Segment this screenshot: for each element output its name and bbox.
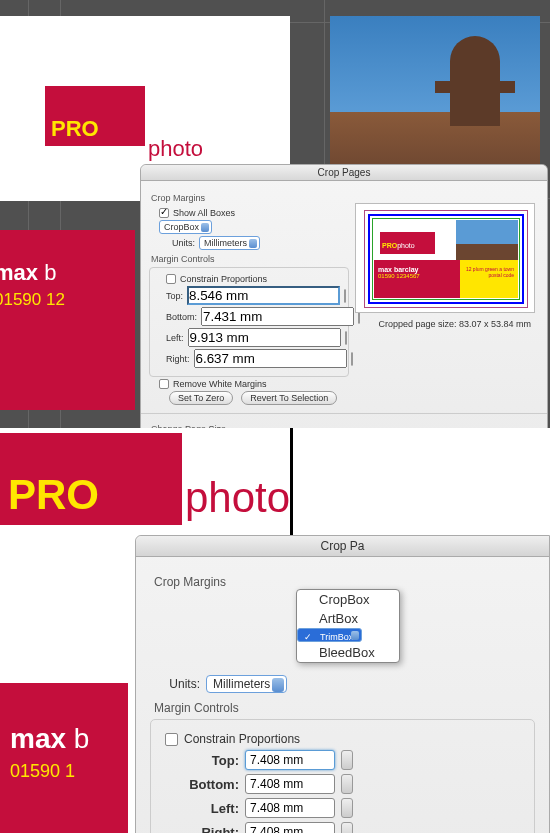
preview-addr-block: 12 plum green a town postal code xyxy=(460,260,518,298)
cropped-size-text: Cropped page size: 83.07 x 53.84 mm xyxy=(378,319,531,329)
card-phone-large: 01590 1 xyxy=(10,761,118,782)
left-stepper2[interactable] xyxy=(341,798,353,818)
business-card-back: max b 01590 12 xyxy=(0,230,135,410)
bottom-input[interactable] xyxy=(201,307,354,326)
dd-artbox[interactable]: ArtBox xyxy=(297,609,399,628)
remove-white-label: Remove White Margins xyxy=(173,379,267,389)
logo-photo-large: photo xyxy=(185,474,290,522)
left-input2[interactable] xyxy=(245,798,335,818)
constrain-label: Constrain Proportions xyxy=(180,274,267,284)
card-name: max b xyxy=(0,260,121,286)
bottom-label2: Bottom: xyxy=(183,777,239,792)
constrain-checkbox2[interactable] xyxy=(165,733,178,746)
logo-photo-text: photo xyxy=(148,136,203,162)
design-canvas-top: PRO photo max b 01590 12 Crop Pages Crop… xyxy=(0,0,550,428)
logo-box: PRO xyxy=(45,86,145,146)
photo-thumbnail xyxy=(330,16,540,176)
card-back-large: max b 01590 1 xyxy=(0,683,128,833)
right-label2: Right: xyxy=(183,825,239,834)
top-stepper2[interactable] xyxy=(341,750,353,770)
remove-white-checkbox[interactable] xyxy=(159,379,169,389)
constrain-label2: Constrain Proportions xyxy=(184,732,300,746)
dialog-title: Crop Pages xyxy=(141,165,547,181)
show-all-boxes-checkbox[interactable] xyxy=(159,208,169,218)
revert-button[interactable]: Revert To Selection xyxy=(241,391,337,405)
preview-photo xyxy=(456,220,518,260)
constrain-checkbox[interactable] xyxy=(166,274,176,284)
card-name-large: max b xyxy=(10,723,118,755)
units-select2[interactable]: Millimeters xyxy=(206,675,287,693)
right-stepper2[interactable] xyxy=(341,822,353,833)
bottom-label: Bottom: xyxy=(166,312,197,322)
margin-controls-label2: Margin Controls xyxy=(154,701,535,715)
bottom-stepper2[interactable] xyxy=(341,774,353,794)
top-stepper[interactable] xyxy=(344,289,346,303)
top-input2[interactable] xyxy=(245,750,335,770)
logo-pro-large: PRO xyxy=(8,471,99,519)
crop-preview: PROphoto max barclay01590 1234567 12 plu… xyxy=(355,203,535,313)
preview-logo: PROphoto xyxy=(380,232,435,254)
logo-pro-text: PRO xyxy=(51,116,99,142)
bottom-input2[interactable] xyxy=(245,774,335,794)
top-input[interactable] xyxy=(187,286,340,305)
margin-controls-group2: Constrain Proportions Top: Bottom: Left:… xyxy=(150,719,535,833)
left-label: Left: xyxy=(166,333,184,343)
units-select[interactable]: Millimeters xyxy=(199,236,260,250)
preview-name-block: max barclay01590 1234567 xyxy=(374,260,462,298)
crop-margins-label2: Crop Margins xyxy=(154,575,535,589)
right-stepper[interactable] xyxy=(351,352,353,366)
dialog2-title: Crop Pa xyxy=(136,536,549,557)
sculpture-shape xyxy=(450,36,500,126)
left-label2: Left: xyxy=(183,801,239,816)
top-label: Top: xyxy=(166,291,183,301)
dd-bleedbox[interactable]: BleedBox xyxy=(297,643,399,662)
show-all-boxes-label: Show All Boxes xyxy=(173,208,235,218)
right-input2[interactable] xyxy=(245,822,335,833)
crop-pages-dialog-zoom: Crop Pa Crop Margins CropBox ArtBox Trim… xyxy=(135,535,550,833)
dd-trimbox[interactable]: TrimBox xyxy=(297,628,362,642)
right-input[interactable] xyxy=(194,349,347,368)
left-stepper[interactable] xyxy=(345,331,347,345)
crop-margins-label: Crop Margins xyxy=(151,193,539,203)
preview-card: PROphoto max barclay01590 1234567 12 plu… xyxy=(368,214,524,304)
margin-controls-group: Constrain Proportions Top: Bottom: Left:… xyxy=(149,267,349,377)
logo-box-large: PRO xyxy=(0,433,182,525)
margin-controls-label: Margin Controls xyxy=(151,254,349,264)
box-type-dropdown[interactable]: CropBox ArtBox TrimBox BleedBox xyxy=(296,589,400,663)
units-label: Units: xyxy=(159,238,195,248)
dd-cropbox[interactable]: CropBox xyxy=(297,590,399,609)
card-phone: 01590 12 xyxy=(0,290,121,310)
top-label2: Top: xyxy=(183,753,239,768)
left-input[interactable] xyxy=(188,328,341,347)
units-label2: Units: xyxy=(160,677,200,691)
box-type-select[interactable]: CropBox xyxy=(159,220,212,234)
design-canvas-bottom: PRO photo max b 01590 1 Crop Pa Crop Mar… xyxy=(0,428,550,833)
right-label: Right: xyxy=(166,354,190,364)
set-to-zero-button[interactable]: Set To Zero xyxy=(169,391,233,405)
